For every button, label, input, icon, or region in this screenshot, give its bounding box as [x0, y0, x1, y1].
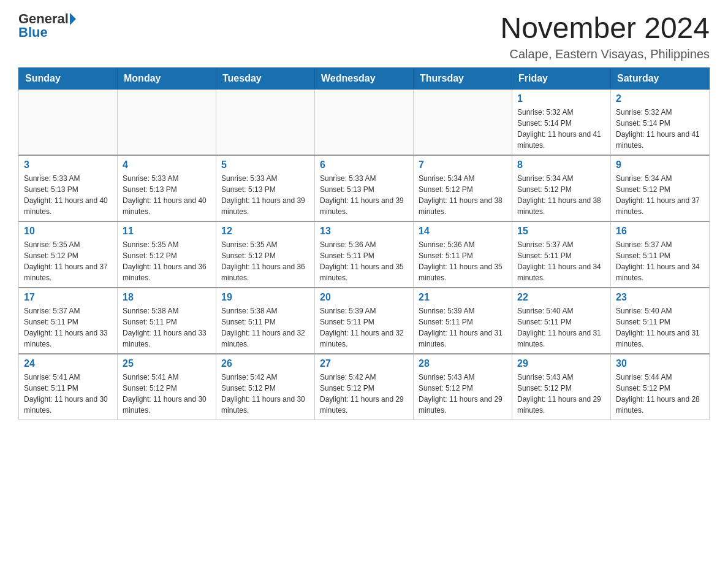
calendar-cell — [414, 89, 512, 155]
calendar-cell: 30Sunrise: 5:44 AM Sunset: 5:12 PM Dayli… — [611, 354, 710, 420]
day-info: Sunrise: 5:37 AM Sunset: 5:11 PM Dayligh… — [616, 239, 704, 283]
calendar-cell: 19Sunrise: 5:38 AM Sunset: 5:11 PM Dayli… — [216, 288, 315, 354]
calendar-cell: 21Sunrise: 5:39 AM Sunset: 5:11 PM Dayli… — [414, 288, 512, 354]
calendar-week-row: 1Sunrise: 5:32 AM Sunset: 5:14 PM Daylig… — [19, 89, 710, 155]
calendar-cell: 4Sunrise: 5:33 AM Sunset: 5:13 PM Daylig… — [118, 155, 216, 221]
day-number: 25 — [123, 358, 211, 369]
day-number: 3 — [24, 159, 112, 170]
day-number: 12 — [221, 226, 309, 237]
day-info: Sunrise: 5:33 AM Sunset: 5:13 PM Dayligh… — [221, 173, 309, 217]
calendar-cell: 15Sunrise: 5:37 AM Sunset: 5:11 PM Dayli… — [512, 221, 611, 288]
calendar-cell: 18Sunrise: 5:38 AM Sunset: 5:11 PM Dayli… — [118, 288, 216, 354]
calendar-cell: 11Sunrise: 5:35 AM Sunset: 5:12 PM Dayli… — [118, 221, 216, 288]
day-info: Sunrise: 5:35 AM Sunset: 5:12 PM Dayligh… — [221, 239, 309, 283]
day-number: 8 — [517, 159, 605, 170]
calendar-cell: 16Sunrise: 5:37 AM Sunset: 5:11 PM Dayli… — [611, 221, 710, 288]
calendar-week-row: 10Sunrise: 5:35 AM Sunset: 5:12 PM Dayli… — [19, 221, 710, 288]
day-number: 1 — [517, 93, 605, 104]
calendar-cell: 14Sunrise: 5:36 AM Sunset: 5:11 PM Dayli… — [414, 221, 512, 288]
day-info: Sunrise: 5:33 AM Sunset: 5:13 PM Dayligh… — [320, 173, 408, 217]
day-number: 26 — [221, 358, 309, 369]
day-number: 16 — [616, 226, 704, 237]
calendar-cell — [118, 89, 216, 155]
day-number: 2 — [616, 93, 704, 104]
day-number: 19 — [221, 292, 309, 303]
day-info: Sunrise: 5:33 AM Sunset: 5:13 PM Dayligh… — [24, 173, 112, 217]
logo-blue-text: Blue — [18, 26, 48, 39]
col-header-monday: Monday — [118, 67, 216, 89]
calendar-cell: 8Sunrise: 5:34 AM Sunset: 5:12 PM Daylig… — [512, 155, 611, 221]
day-info: Sunrise: 5:38 AM Sunset: 5:11 PM Dayligh… — [221, 305, 309, 350]
calendar-cell: 24Sunrise: 5:41 AM Sunset: 5:11 PM Dayli… — [19, 354, 118, 420]
calendar-cell: 29Sunrise: 5:43 AM Sunset: 5:12 PM Dayli… — [512, 354, 611, 420]
day-info: Sunrise: 5:40 AM Sunset: 5:11 PM Dayligh… — [517, 305, 605, 350]
col-header-saturday: Saturday — [611, 67, 710, 89]
day-number: 17 — [24, 292, 112, 303]
page-header: General Blue November 2024 Calape, Easte… — [18, 12, 710, 61]
day-number: 9 — [616, 159, 704, 170]
day-info: Sunrise: 5:43 AM Sunset: 5:12 PM Dayligh… — [517, 372, 605, 416]
calendar-cell: 5Sunrise: 5:33 AM Sunset: 5:13 PM Daylig… — [216, 155, 315, 221]
calendar-week-row: 24Sunrise: 5:41 AM Sunset: 5:11 PM Dayli… — [19, 354, 710, 420]
day-number: 14 — [419, 226, 507, 237]
calendar-cell: 20Sunrise: 5:39 AM Sunset: 5:11 PM Dayli… — [315, 288, 414, 354]
day-number: 27 — [320, 358, 408, 369]
day-info: Sunrise: 5:35 AM Sunset: 5:12 PM Dayligh… — [123, 239, 211, 283]
day-number: 5 — [221, 159, 309, 170]
calendar-cell: 6Sunrise: 5:33 AM Sunset: 5:13 PM Daylig… — [315, 155, 414, 221]
col-header-friday: Friday — [512, 67, 611, 89]
day-info: Sunrise: 5:36 AM Sunset: 5:11 PM Dayligh… — [419, 239, 507, 283]
day-info: Sunrise: 5:33 AM Sunset: 5:13 PM Dayligh… — [123, 173, 211, 217]
calendar-cell: 3Sunrise: 5:33 AM Sunset: 5:13 PM Daylig… — [19, 155, 118, 221]
day-number: 28 — [419, 358, 507, 369]
col-header-sunday: Sunday — [19, 67, 118, 89]
calendar-cell: 22Sunrise: 5:40 AM Sunset: 5:11 PM Dayli… — [512, 288, 611, 354]
day-info: Sunrise: 5:42 AM Sunset: 5:12 PM Dayligh… — [320, 372, 408, 416]
day-info: Sunrise: 5:34 AM Sunset: 5:12 PM Dayligh… — [419, 173, 507, 217]
day-number: 4 — [123, 159, 211, 170]
day-number: 22 — [517, 292, 605, 303]
day-info: Sunrise: 5:38 AM Sunset: 5:11 PM Dayligh… — [123, 305, 211, 350]
day-info: Sunrise: 5:39 AM Sunset: 5:11 PM Dayligh… — [419, 305, 507, 350]
day-info: Sunrise: 5:42 AM Sunset: 5:12 PM Dayligh… — [221, 372, 309, 416]
day-number: 13 — [320, 226, 408, 237]
calendar-cell: 17Sunrise: 5:37 AM Sunset: 5:11 PM Dayli… — [19, 288, 118, 354]
day-number: 7 — [419, 159, 507, 170]
day-number: 11 — [123, 226, 211, 237]
calendar-cell: 23Sunrise: 5:40 AM Sunset: 5:11 PM Dayli… — [611, 288, 710, 354]
day-info: Sunrise: 5:44 AM Sunset: 5:12 PM Dayligh… — [616, 372, 704, 416]
calendar-cell: 28Sunrise: 5:43 AM Sunset: 5:12 PM Dayli… — [414, 354, 512, 420]
calendar-cell — [216, 89, 315, 155]
day-number: 24 — [24, 358, 112, 369]
logo-general-text: General — [18, 12, 69, 26]
calendar-cell: 1Sunrise: 5:32 AM Sunset: 5:14 PM Daylig… — [512, 89, 611, 155]
month-title: November 2024 — [500, 12, 710, 45]
calendar-cell: 10Sunrise: 5:35 AM Sunset: 5:12 PM Dayli… — [19, 221, 118, 288]
day-info: Sunrise: 5:32 AM Sunset: 5:14 PM Dayligh… — [517, 107, 605, 151]
day-number: 18 — [123, 292, 211, 303]
day-info: Sunrise: 5:40 AM Sunset: 5:11 PM Dayligh… — [616, 305, 704, 350]
day-info: Sunrise: 5:41 AM Sunset: 5:12 PM Dayligh… — [123, 372, 211, 416]
day-number: 30 — [616, 358, 704, 369]
calendar-week-row: 3Sunrise: 5:33 AM Sunset: 5:13 PM Daylig… — [19, 155, 710, 221]
day-info: Sunrise: 5:37 AM Sunset: 5:11 PM Dayligh… — [517, 239, 605, 283]
calendar-cell: 26Sunrise: 5:42 AM Sunset: 5:12 PM Dayli… — [216, 354, 315, 420]
calendar-cell: 27Sunrise: 5:42 AM Sunset: 5:12 PM Dayli… — [315, 354, 414, 420]
calendar-week-row: 17Sunrise: 5:37 AM Sunset: 5:11 PM Dayli… — [19, 288, 710, 354]
logo: General Blue — [18, 12, 76, 39]
calendar-cell: 12Sunrise: 5:35 AM Sunset: 5:12 PM Dayli… — [216, 221, 315, 288]
day-number: 6 — [320, 159, 408, 170]
calendar-cell: 9Sunrise: 5:34 AM Sunset: 5:12 PM Daylig… — [611, 155, 710, 221]
col-header-tuesday: Tuesday — [216, 67, 315, 89]
calendar-cell: 7Sunrise: 5:34 AM Sunset: 5:12 PM Daylig… — [414, 155, 512, 221]
day-number: 15 — [517, 226, 605, 237]
calendar-table: SundayMondayTuesdayWednesdayThursdayFrid… — [18, 67, 710, 420]
day-info: Sunrise: 5:39 AM Sunset: 5:11 PM Dayligh… — [320, 305, 408, 350]
location-text: Calape, Eastern Visayas, Philippines — [500, 47, 710, 61]
day-info: Sunrise: 5:37 AM Sunset: 5:11 PM Dayligh… — [24, 305, 112, 350]
calendar-header-row: SundayMondayTuesdayWednesdayThursdayFrid… — [19, 67, 710, 89]
col-header-thursday: Thursday — [414, 67, 512, 89]
day-number: 10 — [24, 226, 112, 237]
day-info: Sunrise: 5:41 AM Sunset: 5:11 PM Dayligh… — [24, 372, 112, 416]
day-number: 20 — [320, 292, 408, 303]
